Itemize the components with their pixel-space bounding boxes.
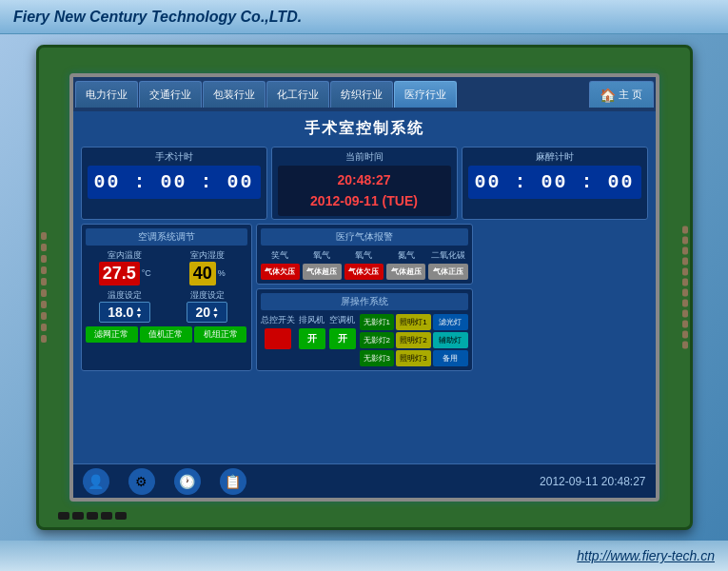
datetime-label: 当前时间 (278, 150, 451, 164)
filter-status: 滤网正常 (86, 326, 138, 343)
outer-frame: Fiery New Century Technology Co.,LTD. (0, 0, 728, 571)
temp-setpoint-box: 温度设定 18.0 ▲ ▼ (86, 289, 166, 323)
tab-medical[interactable]: 医疗行业 (394, 81, 457, 108)
light-btn-0[interactable]: 无影灯1 (360, 314, 395, 330)
connector-dot (682, 310, 688, 318)
ac-status-row: 滤网正常 值机正常 机组正常 (86, 326, 247, 343)
master-switch-group: 总控开关 (261, 314, 295, 349)
datetime-display: 20:48:27 2012-09-11 (TUE) (278, 166, 451, 216)
connector-dot (41, 301, 47, 308)
exhaust-switch-group: 排风机 开 (299, 314, 325, 349)
humidity-setpoint-control[interactable]: 20 ▲ ▼ (187, 302, 227, 323)
room-humidity-box: 室内湿度 40 % (167, 249, 247, 286)
gas-panel: 医疗气体报警 笑气 气体欠压 氧气 气体超压 (256, 224, 473, 285)
pcb-board: 电力行业 交通行业 包装行业 化工行业 纺织行业 医疗行业 🏠 主 页 手术室控… (36, 45, 693, 530)
clipboard-status-icon: 📋 (220, 468, 246, 495)
unit-status: 机组正常 (194, 326, 246, 343)
room-panel: 屏操作系统 总控开关 排风机 开 (256, 288, 473, 371)
light-btn-1[interactable]: 照明灯1 (396, 314, 431, 330)
tab-chemical[interactable]: 化工行业 (266, 81, 329, 108)
status-datetime: 2012-09-11 20:48:27 (540, 475, 645, 488)
status-icons: 👤 ⚙ 🕐 📋 (83, 468, 541, 495)
clock-status-icon: 🕐 (174, 468, 201, 495)
nav-tabs: 电力行业 交通行业 包装行业 化工行业 纺织行业 医疗行业 🏠 主 页 (73, 77, 656, 111)
tab-home[interactable]: 🏠 主 页 (589, 81, 653, 108)
timer2-display: 00 : 00 : 00 (468, 166, 641, 199)
connector-dot (41, 232, 47, 240)
master-switch-btn[interactable] (265, 328, 291, 349)
light-grid: 无影灯1 照明灯1 滤光灯 无影灯2 照明灯2 辅助灯 无影灯3 照明灯3 备用 (360, 314, 468, 366)
gas-grid: 笑气 气体欠压 氧气 气体超压 氧气 气体欠压 (261, 249, 468, 280)
ac-setpoints: 温度设定 18.0 ▲ ▼ (86, 289, 247, 323)
room-humidity-value: 40 (189, 262, 216, 286)
ac-switch-group: 空调机 开 (329, 314, 356, 349)
connector-dot (682, 279, 688, 286)
gas-item-2: 氧气 气体欠压 (344, 249, 384, 280)
center-panels: 医疗气体报警 笑气 气体欠压 氧气 气体超压 (256, 224, 473, 371)
connector-dot (41, 324, 47, 331)
connector-dot (41, 244, 47, 251)
temp-setpoint-label: 温度设定 (86, 289, 166, 302)
gas-item-3: 氮气 气体超压 (386, 249, 425, 280)
exhaust-btn[interactable]: 开 (299, 328, 325, 349)
ac-switch-label: 空调机 (329, 314, 355, 326)
settings-status-icon: ⚙ (128, 468, 155, 495)
ac-panel-title: 空调系统调节 (86, 228, 247, 246)
room-controls-row: 总控开关 排风机 开 空调机 开 (261, 314, 468, 366)
humidity-setpoint-box: 湿度设定 20 ▲ ▼ (167, 289, 247, 323)
exhaust-label: 排风机 (299, 314, 325, 326)
temp-unit: °C (142, 268, 151, 278)
connector-dot (682, 247, 688, 255)
connector-dot (682, 258, 688, 266)
status-bar: 👤 ⚙ 🕐 📋 2012-09-11 20:48:27 (73, 463, 656, 498)
gas-status-3: 气体超压 (386, 264, 425, 280)
tab-traffic[interactable]: 交通行业 (139, 81, 202, 108)
light-btn-4[interactable]: 照明灯2 (396, 332, 431, 348)
ops-status: 值机正常 (140, 326, 192, 343)
room-temp-box: 室内温度 27.5 °C (86, 249, 166, 286)
gas-status-2: 气体欠压 (344, 264, 384, 280)
tab-packaging[interactable]: 包装行业 (203, 81, 266, 108)
gas-status-0: 气体欠压 (261, 264, 300, 280)
timer2-label: 麻醉计时 (468, 150, 641, 164)
connector-dot (682, 342, 688, 349)
connector-dot (41, 278, 47, 286)
current-date: 2012-09-11 (TUE) (282, 190, 447, 211)
room-humidity-label: 室内湿度 (167, 249, 247, 262)
gas-item-4: 二氧化碳 气体正压 (428, 249, 467, 280)
gas-panel-title: 医疗气体报警 (261, 228, 468, 246)
master-switch-label: 总控开关 (261, 314, 295, 326)
pcb-right-connectors (682, 226, 688, 349)
ac-readings: 室内温度 27.5 °C 室内湿度 40 (86, 249, 247, 286)
tab-textile[interactable]: 纺织行业 (330, 81, 393, 108)
home-icon: 🏠 (600, 88, 616, 103)
gas-item-0: 笑气 气体欠压 (261, 249, 300, 280)
timer1-label: 手术计时 (88, 150, 261, 164)
temp-setpoint-control[interactable]: 18.0 ▲ ▼ (99, 302, 150, 323)
user-status-icon: 👤 (83, 468, 109, 495)
timer1-box: 手术计时 00 : 00 : 00 (81, 147, 267, 220)
connector-dot (682, 300, 688, 307)
ac-switch-btn[interactable]: 开 (329, 328, 356, 349)
top-bar: Fiery New Century Technology Co.,LTD. (0, 0, 728, 34)
connector-dot (682, 331, 688, 339)
connector-dot (41, 289, 47, 297)
light-btn-5[interactable]: 辅助灯 (433, 332, 468, 348)
tab-power[interactable]: 电力行业 (75, 81, 138, 108)
humidity-setpoint-label: 湿度设定 (167, 289, 247, 302)
light-btn-7[interactable]: 照明灯3 (396, 350, 431, 366)
light-btn-8[interactable]: 备用 (433, 350, 468, 366)
connector-dot (682, 237, 688, 245)
room-panel-title: 屏操作系统 (261, 293, 468, 310)
light-btn-6[interactable]: 无影灯3 (360, 350, 395, 366)
screen: 电力行业 交通行业 包装行业 化工行业 纺织行业 医疗行业 🏠 主 页 手术室控… (69, 73, 659, 502)
timer1-display: 00 : 00 : 00 (88, 166, 261, 199)
pcb-bottom-chips (58, 512, 127, 520)
ac-panel: 空调系统调节 室内温度 27.5 °C (81, 224, 252, 371)
light-btn-2[interactable]: 滤光灯 (433, 314, 468, 330)
humidity-unit: % (218, 268, 226, 278)
room-temp-label: 室内温度 (86, 249, 166, 262)
connector-dot (41, 266, 47, 274)
gas-status-1: 气体超压 (303, 264, 342, 280)
light-btn-3[interactable]: 无影灯2 (360, 332, 395, 348)
